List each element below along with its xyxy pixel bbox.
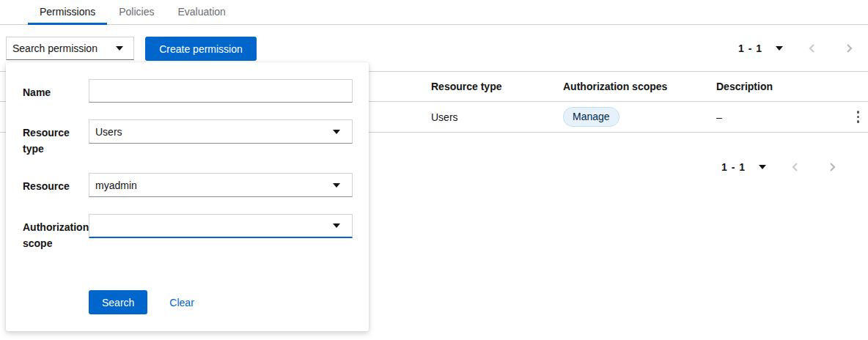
panel-actions: Search Clear — [89, 290, 194, 314]
chevron-left-icon — [791, 162, 800, 172]
search-button[interactable]: Search — [89, 290, 147, 314]
resource-type-select[interactable]: Users — [89, 119, 353, 144]
chevron-right-icon — [828, 162, 836, 172]
scope-badge: Manage — [563, 107, 619, 127]
resource-field-row: Resource myadmin — [23, 173, 358, 197]
resource-select[interactable]: myadmin — [89, 173, 353, 197]
authorization-scope-select[interactable] — [89, 214, 353, 238]
search-permission-toggle[interactable]: Search permission — [6, 37, 134, 60]
caret-down-icon — [333, 130, 340, 134]
resource-type-field-row: Resource type Users — [23, 119, 358, 157]
pagination-bottom: 1 - 1 — [721, 157, 839, 177]
resource-type-cell: Users — [431, 111, 563, 123]
chevron-left-icon — [808, 43, 817, 53]
search-permission-toggle-label: Search permission — [12, 42, 98, 54]
resource-label: Resource — [23, 173, 89, 197]
caret-down-icon — [333, 183, 340, 188]
previous-page-button[interactable] — [788, 159, 803, 175]
clear-button[interactable]: Clear — [169, 297, 194, 308]
pagination-range: 1 - 1 — [721, 161, 746, 173]
header-authorization-scopes: Authorization scopes — [563, 81, 716, 92]
header-description: Description — [716, 81, 827, 92]
caret-down-icon — [776, 46, 783, 51]
permissions-page: Permissions Policies Evaluation Search p… — [0, 0, 868, 340]
pagination-menu-toggle[interactable] — [756, 162, 769, 172]
description-cell: – — [716, 111, 827, 123]
tab-evaluation-label: Evaluation — [178, 6, 226, 18]
header-resource-type: Resource type — [431, 81, 563, 92]
name-input[interactable] — [89, 79, 353, 103]
authorization-scope-label: Authorization scope — [23, 214, 89, 251]
resource-select-value: myadmin — [95, 180, 137, 191]
tab-evaluation[interactable]: Evaluation — [166, 0, 238, 25]
caret-down-icon — [333, 223, 340, 228]
pagination-range: 1 - 1 — [738, 42, 762, 54]
tab-policies[interactable]: Policies — [107, 0, 166, 25]
next-page-button[interactable] — [825, 159, 839, 175]
authorization-scope-field-row: Authorization scope — [23, 214, 358, 251]
caret-down-icon — [759, 165, 766, 169]
caret-down-icon — [116, 46, 123, 51]
pagination-menu-toggle[interactable] — [773, 43, 786, 53]
tab-bar: Permissions Policies Evaluation — [0, 0, 868, 25]
name-label: Name — [23, 79, 89, 103]
pagination-top: 1 - 1 — [738, 38, 856, 59]
tab-permissions-label: Permissions — [40, 6, 95, 18]
resource-type-label: Resource type — [23, 119, 89, 157]
search-panel: Name Resource type Users Resource myadmi… — [6, 62, 369, 331]
actions-cell — [827, 106, 868, 128]
next-page-button[interactable] — [842, 40, 856, 56]
chevron-right-icon — [845, 43, 853, 53]
tab-policies-label: Policies — [119, 6, 154, 18]
previous-page-button[interactable] — [805, 40, 820, 56]
create-permission-button[interactable]: Create permission — [145, 37, 257, 61]
resource-type-select-value: Users — [95, 126, 122, 138]
name-field-row: Name — [23, 79, 358, 103]
kebab-icon — [857, 111, 860, 114]
row-kebab-button[interactable] — [854, 106, 863, 128]
tab-permissions[interactable]: Permissions — [28, 0, 107, 25]
authorization-scopes-cell: Manage — [563, 107, 716, 127]
